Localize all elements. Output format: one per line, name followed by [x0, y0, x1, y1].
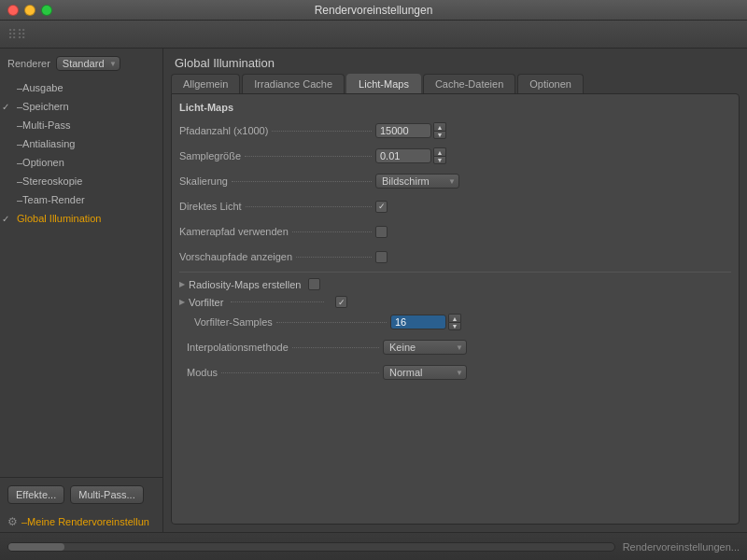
vorfilter-samples-row: Vorfilter-Samples ▲ ▼: [179, 312, 731, 332]
radiosity-checkbox[interactable]: [308, 278, 320, 290]
window-title: Rendervoreinstellungen: [315, 4, 433, 17]
modus-label: Modus: [187, 367, 383, 378]
radiosity-label: Radiosity-Maps erstellen: [189, 279, 301, 290]
tab-optionen[interactable]: Optionen: [517, 74, 584, 93]
sidebar-item-speichern[interactable]: ✓ –Speichern: [0, 97, 162, 116]
kamerapfad-row: Kamerapfad verwenden: [179, 221, 731, 242]
sidebar-item-ausgabe[interactable]: –Ausgabe: [0, 78, 162, 97]
samplegroesse-stepper[interactable]: ▲ ▼: [433, 147, 446, 164]
kamerapfad-checkbox[interactable]: [375, 226, 388, 238]
vorfilter-samples-value: ▲ ▼: [390, 314, 461, 330]
close-button[interactable]: [7, 5, 19, 16]
samplegroesse-label: Samplegröße: [179, 150, 375, 161]
titlebar: Rendervoreinstellungen: [0, 0, 747, 21]
skalierung-value: Bildschirm ▼: [375, 174, 459, 189]
pfadanzahl-input[interactable]: [375, 123, 431, 138]
pfadanzahl-row: Pfadanzahl (x1000) ▲ ▼: [179, 120, 731, 141]
toolbar: ⠿⠿: [0, 21, 747, 49]
tabs-bar: Allgemein Irradiance Cache Licht-Maps Ca…: [163, 74, 747, 93]
sidebar-item-antialiasing[interactable]: –Antialiasing: [0, 134, 162, 153]
content-header: Global Illumination: [163, 49, 747, 74]
modus-row: Modus Normal ▼: [179, 362, 731, 383]
sidebar-item-optionen[interactable]: –Optionen: [0, 153, 162, 172]
renderer-select-wrapper[interactable]: Standard ▼: [56, 56, 120, 71]
sidebar-item-multipass[interactable]: –Multi-Pass: [0, 116, 162, 134]
vorschaupfade-label: Vorschaupfade anzeigen: [179, 251, 375, 262]
check-icon-global-illumination: ✓: [2, 214, 15, 224]
toolbar-handle-icon: ⠿⠿: [7, 27, 26, 42]
samplegroesse-down-button[interactable]: ▼: [433, 156, 446, 164]
direktes-licht-checkbox[interactable]: [375, 201, 388, 213]
effekte-button[interactable]: Effekte...: [7, 485, 64, 504]
minimize-button[interactable]: [24, 5, 35, 16]
pfadanzahl-stepper[interactable]: ▲ ▼: [433, 122, 446, 139]
interpolation-dropdown-wrapper[interactable]: Keine ▼: [383, 340, 467, 355]
pfadanzahl-down-button[interactable]: ▼: [433, 131, 446, 139]
skalierung-label: Skalierung: [179, 175, 375, 187]
skalierung-select[interactable]: Bildschirm: [375, 174, 459, 189]
vorfilter-checkbox[interactable]: [335, 296, 347, 308]
radiosity-header: ▶ Radiosity-Maps erstellen: [179, 278, 731, 290]
radiosity-triangle-icon: ▶: [179, 280, 185, 288]
multipass-button[interactable]: Multi-Pass...: [70, 485, 144, 504]
direktes-licht-row: Direktes Licht: [179, 196, 731, 217]
skalierung-dropdown-wrapper[interactable]: Bildschirm ▼: [375, 174, 459, 189]
vorschaupfade-checkbox[interactable]: [375, 251, 388, 263]
section-title: Licht-Maps: [179, 102, 731, 113]
sidebar-item-ausgabe-label: –Ausgabe: [15, 82, 63, 93]
tab-content-licht-maps: Licht-Maps Pfadanzahl (x1000) ▲ ▼: [171, 93, 740, 525]
sidebar-item-global-illumination[interactable]: ✓ Global Illumination: [0, 209, 162, 228]
interpolation-label: Interpolationsmethode: [187, 342, 383, 353]
pfadanzahl-value: ▲ ▼: [375, 122, 446, 139]
sidebar-item-optionen-label: –Optionen: [15, 157, 64, 168]
vorfilter-samples-up-button[interactable]: ▲: [448, 314, 461, 322]
modus-select[interactable]: Normal: [383, 365, 467, 380]
scrollbar-thumb[interactable]: [8, 543, 64, 551]
interpolation-value: Keine ▼: [383, 340, 467, 355]
preset-label: –Meine Rendervoreinstellun: [21, 516, 149, 527]
tab-allgemein[interactable]: Allgemein: [171, 74, 240, 93]
vorfilter-samples-stepper[interactable]: ▲ ▼: [448, 314, 461, 330]
modus-dropdown-wrapper[interactable]: Normal ▼: [383, 365, 467, 380]
renderer-select[interactable]: Standard: [56, 56, 120, 71]
vorfilter-samples-down-button[interactable]: ▼: [448, 322, 461, 330]
samplegroesse-up-button[interactable]: ▲: [433, 147, 446, 156]
kamerapfad-label: Kamerapfad verwenden: [179, 226, 375, 237]
modus-value: Normal ▼: [383, 365, 467, 380]
bottom-bar: Rendervoreinstellungen...: [0, 532, 747, 560]
sidebar-footer: Effekte... Multi-Pass...: [0, 477, 162, 511]
bottom-scrollbar[interactable]: [7, 542, 615, 552]
sidebar-item-team-render[interactable]: –Team-Render: [0, 190, 162, 209]
pfadanzahl-up-button[interactable]: ▲: [433, 122, 446, 131]
sidebar-item-antialiasing-label: –Antialiasing: [15, 138, 75, 149]
vorfilter-samples-label: Vorfilter-Samples: [194, 316, 390, 328]
tab-licht-maps[interactable]: Licht-Maps: [346, 74, 421, 93]
vorfilter-samples-input[interactable]: [390, 315, 446, 329]
vorfilter-header: ▶ Vorfilter: [179, 296, 731, 308]
direktes-licht-value: [375, 201, 388, 213]
interpolation-row: Interpolationsmethode Keine ▼: [179, 337, 731, 357]
sidebar-item-stereoskopie[interactable]: –Stereoskopie: [0, 172, 162, 190]
sidebar: Renderer Standard ▼ –Ausgabe ✓ –Speicher…: [0, 49, 163, 532]
direktes-licht-label: Direktes Licht: [179, 201, 375, 212]
samplegroesse-row: Samplegröße ▲ ▼: [179, 146, 731, 166]
vorfilter-triangle-icon: ▶: [179, 298, 185, 306]
tab-irradiance-cache[interactable]: Irradiance Cache: [242, 74, 345, 93]
check-icon-speichern: ✓: [2, 102, 15, 112]
kamerapfad-value: [375, 226, 388, 238]
main-layout: Renderer Standard ▼ –Ausgabe ✓ –Speicher…: [0, 49, 747, 532]
tab-cache-dateien[interactable]: Cache-Dateien: [423, 74, 515, 93]
sidebar-item-stereoskopie-label: –Stereoskopie: [15, 175, 82, 187]
window-controls: [7, 5, 52, 16]
pfadanzahl-label: Pfadanzahl (x1000): [179, 125, 375, 136]
sidebar-item-multipass-label: –Multi-Pass: [15, 119, 70, 131]
sidebar-item-team-render-label: –Team-Render: [15, 194, 85, 205]
vorfilter-label: Vorfilter: [189, 297, 223, 308]
divider-1: [179, 272, 731, 273]
samplegroesse-input[interactable]: [375, 148, 431, 163]
skalierung-row: Skalierung Bildschirm ▼: [179, 171, 731, 191]
maximize-button[interactable]: [41, 5, 52, 16]
sidebar-preset-row: ⚙ –Meine Rendervoreinstellun: [0, 511, 162, 532]
interpolation-select[interactable]: Keine: [383, 340, 467, 355]
vorschaupfade-row: Vorschaupfade anzeigen: [179, 246, 731, 267]
